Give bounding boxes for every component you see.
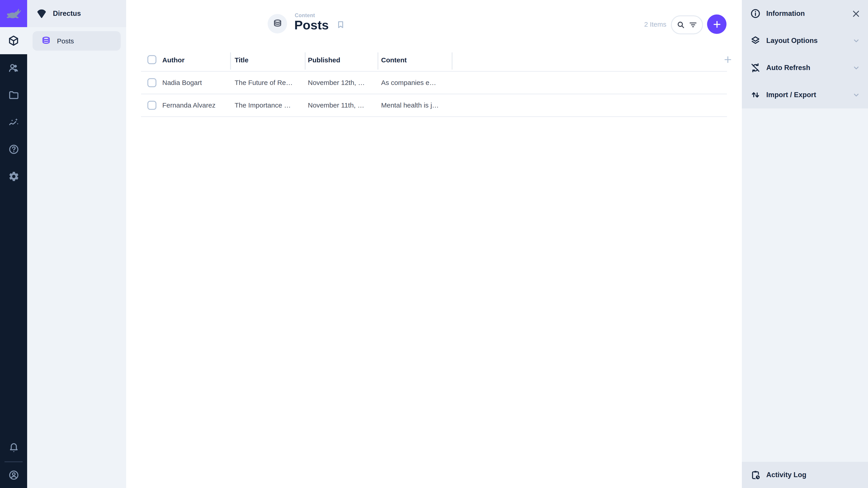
directus-logo-button[interactable] [0, 0, 27, 27]
section-label: Auto Refresh [766, 64, 852, 72]
gear-icon [8, 170, 19, 182]
bookmark-icon[interactable] [336, 20, 345, 29]
layers-icon [750, 35, 761, 46]
rabbit-logo-icon [5, 5, 22, 22]
collection-icon-button [268, 14, 287, 33]
column-divider[interactable] [230, 53, 231, 70]
insights-icon [8, 116, 19, 128]
avatar-icon [8, 469, 19, 481]
sidebar-section-import-export[interactable]: Import / Export [742, 81, 868, 108]
module-user-directory[interactable] [0, 54, 27, 81]
add-column-button[interactable] [723, 55, 733, 65]
module-help[interactable] [0, 135, 27, 163]
activity-log-label: Activity Log [766, 471, 806, 479]
box-icon [8, 35, 20, 46]
sidebar-section-auto-refresh[interactable]: Auto Refresh [742, 54, 868, 81]
cell-author: Fernanda Alvarez [162, 94, 215, 116]
sync-disabled-icon [750, 62, 761, 73]
plus-icon [723, 55, 733, 65]
column-header-published[interactable]: Published [308, 49, 340, 71]
module-settings[interactable] [0, 163, 27, 190]
cell-content: As companies e… [381, 72, 436, 94]
cell-title: The Future of Re… [235, 72, 293, 94]
main-content: Content Posts 2 Items [126, 0, 742, 488]
app-window: Directus Posts Content Posts [0, 0, 868, 488]
info-icon [750, 8, 761, 19]
select-all-checkbox[interactable] [147, 55, 156, 64]
column-header-title[interactable]: Title [235, 49, 248, 71]
table-row[interactable]: Fernanda Alvarez The Importance … Novemb… [126, 94, 727, 116]
column-header-content[interactable]: Content [381, 49, 407, 71]
account-button[interactable] [0, 462, 27, 488]
cell-title: The Importance … [235, 94, 291, 116]
folder-icon [8, 89, 19, 101]
project-logo-icon [36, 8, 48, 19]
project-header[interactable]: Directus [27, 0, 126, 27]
people-icon [8, 62, 19, 73]
filter-icon[interactable] [688, 20, 698, 29]
swap-vertical-icon [750, 90, 761, 100]
clipboard-clock-icon [750, 469, 761, 480]
close-icon[interactable] [851, 9, 861, 18]
create-item-button[interactable] [707, 14, 726, 34]
cell-published: November 11th, … [308, 94, 364, 116]
module-content[interactable] [0, 27, 27, 54]
page-title: Posts [294, 19, 329, 32]
column-divider[interactable] [377, 53, 378, 70]
chevron-down-icon [852, 36, 861, 45]
chevron-down-icon [852, 90, 861, 99]
sidebar-section-information[interactable]: Information [742, 0, 868, 27]
module-bar [0, 0, 27, 488]
plus-icon [712, 19, 722, 29]
row-checkbox[interactable] [147, 101, 156, 110]
column-divider[interactable] [305, 53, 306, 70]
section-label: Layout Options [766, 37, 852, 45]
module-insights[interactable] [0, 108, 27, 135]
activity-log-button[interactable]: Activity Log [742, 462, 868, 488]
project-name: Directus [53, 9, 81, 18]
chevron-down-icon [852, 63, 861, 72]
breadcrumb: Content [295, 13, 315, 18]
search-filter-pill [671, 15, 703, 34]
column-divider[interactable] [452, 53, 453, 70]
table-row[interactable]: Nadia Bogart The Future of Re… November … [126, 72, 727, 94]
column-header-author[interactable]: Author [162, 49, 184, 71]
item-count: 2 Items [644, 20, 666, 28]
row-checkbox[interactable] [147, 78, 156, 87]
cell-published: November 12th, … [308, 72, 365, 94]
cell-content: Mental health is j… [381, 94, 439, 116]
cell-author: Nadia Bogart [162, 72, 202, 94]
section-label: Import / Export [766, 91, 852, 99]
nav-item-label: Posts [57, 37, 74, 45]
search-icon[interactable] [676, 20, 685, 29]
help-icon [8, 143, 19, 155]
sidebar-section-layout-options[interactable]: Layout Options [742, 27, 868, 54]
section-label: Information [766, 9, 851, 18]
module-file-library[interactable] [0, 81, 27, 108]
database-icon [272, 18, 283, 29]
nav-sidebar: Directus Posts [27, 0, 126, 488]
sidebar-item-posts[interactable]: Posts [33, 31, 121, 51]
right-sidebar: Information Layout Options [742, 0, 868, 488]
notifications-button[interactable] [0, 434, 27, 461]
database-icon [41, 35, 52, 46]
row-separator [141, 116, 727, 117]
bell-icon [8, 442, 19, 453]
table-header: Author Title Published Content [126, 49, 742, 71]
